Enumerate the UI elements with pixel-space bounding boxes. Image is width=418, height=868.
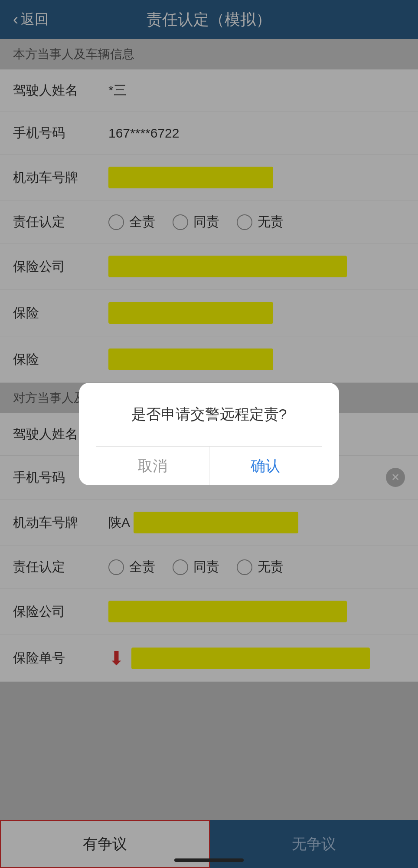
dialog-confirm-button[interactable]: 确认 xyxy=(209,447,322,485)
dialog-title: 是否申请交警远程定责? xyxy=(96,404,322,424)
dialog-cancel-label: 取消 xyxy=(138,456,167,476)
confirmation-dialog: 是否申请交警远程定责? 取消 确认 xyxy=(79,383,339,485)
dialog-confirm-label: 确认 xyxy=(251,456,280,476)
dialog-buttons: 取消 确认 xyxy=(96,446,322,485)
dialog-cancel-button[interactable]: 取消 xyxy=(96,447,209,485)
dialog-overlay: 是否申请交警远程定责? 取消 确认 xyxy=(0,0,418,868)
